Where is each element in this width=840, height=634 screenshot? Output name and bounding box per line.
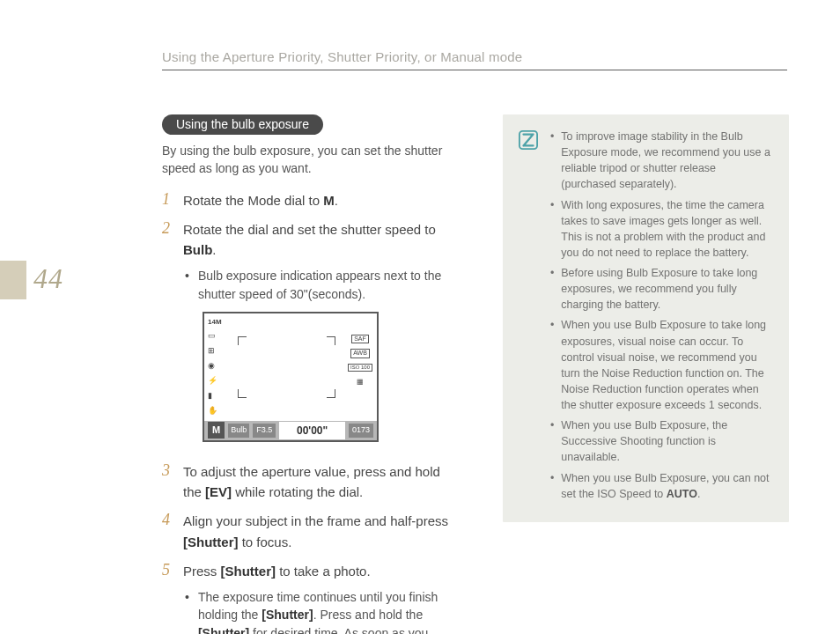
lcd-aperture: F3.5 <box>253 424 276 438</box>
lcd-right-icons: SAF AWB ISO 100 ▦ <box>348 313 377 421</box>
bullet-dot: • <box>185 588 189 607</box>
text: . <box>212 242 216 257</box>
text: . <box>335 193 338 208</box>
note-list: To improve image stability in the Bulb E… <box>550 129 773 506</box>
left-column: Using the bulb exposure By using the bul… <box>162 114 459 634</box>
step-number: 1 <box>162 190 173 209</box>
focus-corner <box>327 389 335 398</box>
step-number: 3 <box>162 461 173 480</box>
sub-text: Bulb exposure indication appears next to… <box>198 267 459 303</box>
focus-corner <box>327 336 335 345</box>
step-body: Rotate the Mode dial to M. <box>183 190 338 210</box>
lcd-mode: M <box>208 422 225 439</box>
bold: [Shutter] <box>221 564 276 579</box>
metering-icon: ◉ <box>208 360 215 372</box>
t: . <box>697 488 700 500</box>
sub-text: The exposure time continues until you fi… <box>198 588 459 634</box>
awb-badge: AWB <box>350 349 370 358</box>
t: When you use Bulb Exposure, the Successi… <box>561 417 773 465</box>
focus-corner <box>238 336 247 345</box>
lcd-resolution: 14M <box>208 317 222 328</box>
t: When you use Bulb Exposure to take long … <box>561 317 773 413</box>
sub-bullet: • The exposure time continues until you … <box>185 588 459 634</box>
text: to focus. <box>239 534 292 549</box>
sub-bullet: • Bulb exposure indication appears next … <box>185 267 459 303</box>
lcd-left-icons: 14M ▭ ⊞ ◉ ⚡ ▮ ✋ <box>204 313 225 421</box>
note-icon <box>519 130 538 150</box>
t: To improve image stability in the Bulb E… <box>561 129 773 193</box>
t: When you use Bulb Exposure, you can not … <box>561 472 769 500</box>
color-icon: ▦ <box>357 377 364 387</box>
page-header: Using the Aperture Priority, Shutter Pri… <box>162 49 787 70</box>
bold: [EV] <box>205 484 232 499</box>
stabilizer-icon: ✋ <box>208 405 217 417</box>
iso-badge: ISO 100 <box>348 364 372 372</box>
note-item: To improve image stability in the Bulb E… <box>550 129 773 193</box>
lcd-bulb: Bulb <box>228 424 249 438</box>
step-body: Align your subject in the frame and half… <box>183 511 459 552</box>
page-number: 44 <box>33 262 63 295</box>
text: Press <box>183 564 221 579</box>
bold: [Shutter] <box>183 534 239 549</box>
bold: Bulb <box>183 242 212 257</box>
bullet-dot: • <box>185 267 189 285</box>
lcd-illustration: 14M ▭ ⊞ ◉ ⚡ ▮ ✋ <box>203 312 379 442</box>
lcd-status-bar: M Bulb F3.5 00'00" 0173 <box>204 421 377 440</box>
step-body: Rotate the dial and set the shutter spee… <box>183 219 459 453</box>
lcd-count: 0173 <box>349 424 373 438</box>
step-4: 4 Align your subject in the frame and ha… <box>162 511 459 552</box>
flash-icon: ⚡ <box>208 375 217 387</box>
step-body: To adjust the aperture value, press and … <box>183 461 459 503</box>
focus-corner <box>238 389 247 398</box>
b: [Shutter] <box>198 626 249 634</box>
step-3: 3 To adjust the aperture value, press an… <box>162 461 459 503</box>
step-number: 5 <box>162 561 173 579</box>
section-pill: Using the bulb exposure <box>162 114 323 135</box>
saf-badge: SAF <box>351 335 369 343</box>
step-body: Press [Shutter] to take a photo. • The e… <box>183 561 459 634</box>
grid-icon: ⊞ <box>208 345 215 358</box>
lcd-viewfinder <box>225 313 348 421</box>
note-item: With long exposures, the time the camera… <box>550 197 773 262</box>
text: to take a photo. <box>276 564 371 579</box>
right-column: To improve image stability in the Bulb E… <box>503 114 789 634</box>
text: Rotate the dial and set the shutter spee… <box>183 222 436 237</box>
step-1: 1 Rotate the Mode dial to M. <box>162 190 459 210</box>
note-item: When you use Bulb Exposure, the Successi… <box>550 417 773 465</box>
b: [Shutter] <box>262 608 313 622</box>
note-item: When you use Bulb Exposure, you can not … <box>550 470 773 502</box>
content-area: Using the Aperture Priority, Shutter Pri… <box>162 49 789 634</box>
text: Align your subject in the frame and half… <box>183 513 448 528</box>
section-intro: By using the bulb exposure, you can set … <box>162 142 459 178</box>
note-item: Before using Bulb Exposure to take long … <box>550 265 773 313</box>
battery-icon: ▮ <box>208 390 212 402</box>
page-tab <box>0 261 26 299</box>
t: With long exposures, the time the camera… <box>561 197 773 262</box>
step-5: 5 Press [Shutter] to take a photo. • The… <box>162 561 459 634</box>
b: AUTO <box>667 488 697 500</box>
note-item: When you use Bulb Exposure to take long … <box>550 317 773 413</box>
text: while rotating the dial. <box>232 484 363 499</box>
t: . Press and hold the <box>313 608 424 622</box>
step-number: 2 <box>162 219 173 238</box>
step-2: 2 Rotate the dial and set the shutter sp… <box>162 219 459 453</box>
lcd-timer: 00'00" <box>279 422 345 440</box>
drive-icon: ▭ <box>208 330 216 343</box>
text: Rotate the Mode dial to <box>183 193 323 208</box>
bold: M <box>323 193 335 208</box>
step-number: 4 <box>162 511 173 529</box>
t: Before using Bulb Exposure to take long … <box>561 265 773 313</box>
note-box: To improve image stability in the Bulb E… <box>503 114 789 522</box>
